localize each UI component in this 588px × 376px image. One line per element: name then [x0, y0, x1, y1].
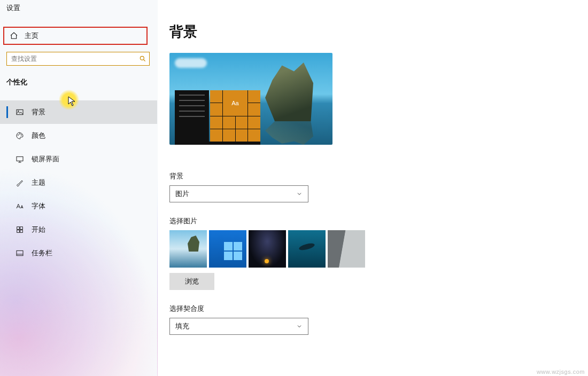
svg-point-4	[19, 134, 20, 134]
svg-rect-8	[20, 227, 23, 230]
sidebar-nav: 背景 颜色 锁屏界面 主题 字体	[0, 100, 157, 265]
sidebar-item-label: 背景	[32, 107, 45, 117]
app-title: 设置	[6, 3, 20, 13]
page-title: 背景	[169, 22, 588, 41]
svg-rect-9	[17, 230, 20, 233]
sidebar-item-lockscreen[interactable]: 锁屏界面	[0, 147, 157, 171]
sidebar-item-colors[interactable]: 颜色	[0, 124, 157, 147]
svg-point-2	[18, 111, 19, 112]
sidebar-item-themes[interactable]: 主题	[0, 171, 157, 194]
svg-point-5	[21, 135, 21, 135]
taskbar-icon	[16, 249, 24, 257]
sidebar-item-label: 颜色	[32, 131, 45, 140]
picture-thumb-1[interactable]	[169, 230, 207, 268]
picture-thumb-2[interactable]	[209, 230, 246, 268]
fit-select[interactable]: 填充	[169, 318, 308, 335]
watermark-text: www.wzjsgs.com	[537, 369, 585, 375]
svg-rect-11	[17, 250, 23, 255]
picture-thumb-3[interactable]	[249, 230, 286, 268]
svg-rect-1	[17, 109, 23, 114]
select-value: 图片	[175, 189, 189, 199]
sidebar-item-label: 任务栏	[32, 248, 52, 258]
background-select-label: 背景	[169, 171, 588, 181]
main-content: 背景 Aa 背景 图片 选择图片	[158, 0, 588, 376]
sidebar-item-label: 字体	[32, 201, 45, 211]
select-value: 填充	[175, 322, 189, 331]
sidebar-item-taskbar[interactable]: 任务栏	[0, 241, 157, 265]
image-icon	[16, 108, 24, 116]
settings-sidebar: 设置 主页 个性化 背景 颜色	[0, 0, 158, 376]
fit-select-label: 选择契合度	[169, 304, 588, 314]
palette-icon	[16, 131, 24, 140]
svg-point-0	[140, 56, 144, 60]
preview-sample-tile: Aa	[223, 90, 248, 116]
font-icon	[16, 202, 24, 210]
section-label-personalization: 个性化	[6, 77, 27, 87]
active-accent	[6, 106, 8, 118]
svg-rect-6	[17, 156, 23, 161]
browse-button[interactable]: 浏览	[169, 273, 214, 290]
sidebar-item-background[interactable]: 背景	[0, 100, 157, 124]
picture-thumb-5[interactable]	[328, 230, 365, 268]
picture-thumbnails	[169, 230, 588, 268]
desktop-preview: Aa	[169, 53, 332, 145]
chevron-down-icon	[296, 323, 303, 330]
monitor-icon	[16, 155, 24, 163]
sidebar-item-label: 开始	[32, 225, 45, 234]
svg-rect-7	[17, 227, 20, 230]
svg-rect-10	[20, 230, 23, 233]
home-label: 主页	[25, 31, 38, 41]
home-button[interactable]: 主页	[3, 27, 148, 45]
sidebar-item-label: 主题	[32, 178, 45, 187]
picture-thumb-4[interactable]	[288, 230, 326, 268]
search-input-wrap[interactable]	[6, 52, 150, 66]
chevron-down-icon	[296, 191, 303, 197]
sidebar-item-label: 锁屏界面	[32, 154, 59, 164]
svg-point-3	[18, 135, 18, 135]
background-type-select[interactable]: 图片	[169, 185, 308, 202]
search-icon	[136, 55, 149, 62]
home-icon	[10, 32, 18, 40]
start-icon	[16, 225, 24, 234]
choose-picture-label: 选择图片	[169, 216, 588, 226]
sidebar-item-fonts[interactable]: 字体	[0, 194, 157, 218]
preview-start-menu: Aa	[175, 90, 260, 142]
brush-icon	[16, 178, 24, 187]
sidebar-item-start[interactable]: 开始	[0, 218, 157, 241]
search-input[interactable]	[7, 52, 136, 65]
